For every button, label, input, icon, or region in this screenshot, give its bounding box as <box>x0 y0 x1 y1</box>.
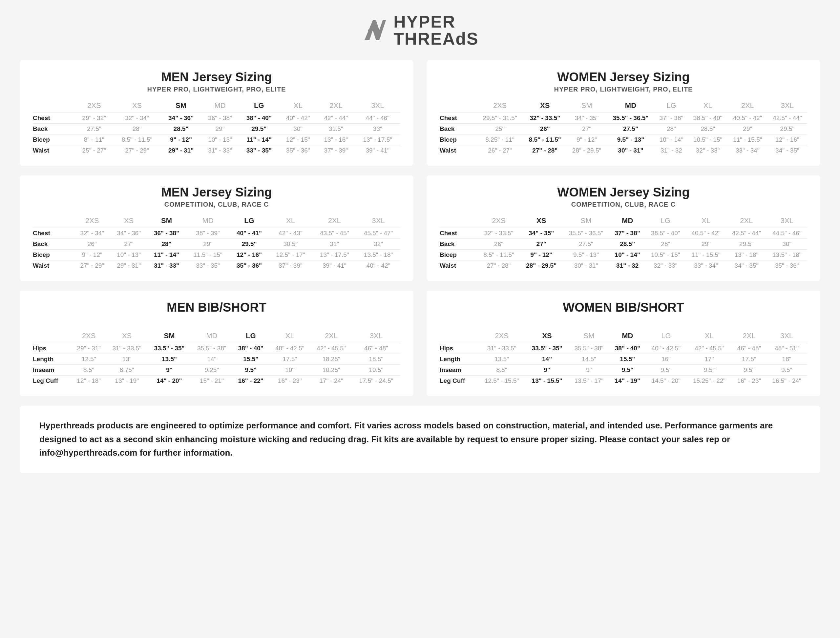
cell-3-6: 16" - 23" <box>732 376 766 387</box>
row-label-0: Hips <box>33 343 71 354</box>
col-header-6: XL <box>686 215 726 228</box>
cell-3-6: 33" - 34" <box>728 145 767 156</box>
cell-0-1: 32" - 33.5" <box>523 113 567 124</box>
cell-3-1: 27" - 29" <box>113 145 161 156</box>
cell-3-4: 14.5" - 20" <box>645 376 687 387</box>
table-row: Hips31" - 33.5"33.5" - 35"35.5" - 38"38"… <box>440 343 807 354</box>
cell-0-2: 33.5" - 35" <box>148 343 191 354</box>
row-label-1: Back <box>440 239 478 250</box>
row-label-1: Back <box>33 124 75 134</box>
cell-1-6: 18.25" <box>310 354 352 365</box>
cell-1-5: 28.5" <box>688 124 728 134</box>
cell-2-4: 12" - 16" <box>230 250 268 261</box>
cell-1-2: 13.5" <box>148 354 191 365</box>
cell-3-1: 13" - 15.5" <box>526 376 569 387</box>
cell-1-4: 29.5" <box>239 124 279 134</box>
row-1: MEN Jersey Sizing HYPER PRO, LIGHTWEIGHT… <box>20 60 820 166</box>
cell-1-2: 27.5" <box>562 239 610 250</box>
table-row: Waist27" - 29"29" - 31"31" - 33"33" - 35… <box>33 261 400 271</box>
cell-0-3: 37" - 38" <box>610 228 645 239</box>
cell-1-1: 14" <box>526 354 569 365</box>
cell-1-6: 29" <box>728 124 767 134</box>
cell-3-4: 35" - 36" <box>230 261 268 271</box>
cell-0-5: 42" - 45.5" <box>687 343 732 354</box>
col-header-5: LG <box>645 330 687 343</box>
cell-3-6: 39" - 41" <box>312 261 356 271</box>
col-header-7: 2XL <box>732 330 766 343</box>
table-row: Length13.5"14"14.5"15.5"16"17"17.5"18" <box>440 354 807 365</box>
table-row: Back26"27"28"29"29.5"30.5"31"32" <box>33 239 400 250</box>
cell-2-3: 9.5" - 13" <box>607 134 655 145</box>
cell-0-4: 38" - 40" <box>239 113 279 124</box>
cell-2-7: 10.5" <box>352 365 400 376</box>
col-header-3: SM <box>148 330 191 343</box>
cell-1-7: 18" <box>766 354 807 365</box>
cell-1-2: 14.5" <box>568 354 609 365</box>
women-bib-section: WOMEN BIB/SHORT 2XSXSSMMDLGXL2XL3XLHips3… <box>427 291 820 396</box>
cell-3-0: 27" - 28" <box>478 261 520 271</box>
women-jersey-1-title: WOMEN Jersey Sizing <box>440 70 807 84</box>
cell-3-7: 17.5" - 24.5" <box>352 376 400 387</box>
col-header-0 <box>440 330 478 343</box>
cell-1-1: 27" <box>111 239 147 250</box>
cell-1-1: 28" <box>113 124 161 134</box>
cell-1-2: 28.5" <box>161 124 201 134</box>
cell-3-4: 16" - 22" <box>233 376 269 387</box>
men-jersey-2-subtitle: COMPETITION, CLUB, RACE C <box>33 201 400 208</box>
row-label-0: Chest <box>440 113 477 124</box>
cell-1-5: 29" <box>686 239 726 250</box>
cell-3-4: 33" - 35" <box>239 145 279 156</box>
cell-2-5: 12" - 15" <box>279 134 317 145</box>
table-row: Back25"26"27"27.5"28"28.5"29"29.5" <box>440 124 807 134</box>
row-label-3: Waist <box>33 145 75 156</box>
cell-3-1: 13" - 19" <box>106 376 147 387</box>
col-header-7: 2XL <box>312 215 356 228</box>
table-row: Chest32" - 34"34" - 36"36" - 38"38" - 39… <box>33 228 400 239</box>
cell-0-1: 33.5" - 35" <box>526 343 569 354</box>
cell-0-4: 38.5" - 40" <box>645 228 686 239</box>
cell-2-1: 9" - 12" <box>520 250 562 261</box>
cell-0-0: 32" - 34" <box>74 228 111 239</box>
cell-0-2: 34" - 35" <box>567 113 606 124</box>
row-label-1: Length <box>33 354 71 365</box>
col-header-8: 3XL <box>767 215 807 228</box>
col-header-5: LG <box>239 100 279 113</box>
cell-3-7: 34" - 35" <box>767 145 807 156</box>
cell-2-1: 8.5" - 11.5" <box>523 134 567 145</box>
cell-2-4: 9.5" <box>233 365 269 376</box>
cell-2-0: 8.5" <box>478 365 525 376</box>
table-row: Waist26" - 27"27" - 28"28" - 29.5"30" - … <box>440 145 807 156</box>
cell-3-1: 27" - 28" <box>523 145 567 156</box>
cell-2-2: 9" - 12" <box>567 134 606 145</box>
cell-2-3: 9.25" <box>191 365 232 376</box>
row-label-2: Inseam <box>33 365 71 376</box>
footer-section: Hyperthreads products are engineered to … <box>20 406 820 473</box>
cell-1-6: 29.5" <box>726 239 767 250</box>
cell-0-4: 40" - 41" <box>230 228 268 239</box>
cell-1-7: 33" <box>355 124 400 134</box>
cell-1-7: 29.5" <box>767 124 807 134</box>
cell-3-2: 13.5" - 17" <box>568 376 609 387</box>
cell-0-4: 37" - 38" <box>655 113 688 124</box>
row-label-2: Bicep <box>33 250 74 261</box>
table-row: Inseam8.5"9"9"9.5"9.5"9.5"9.5"9.5" <box>440 365 807 376</box>
cell-2-7: 13.5" - 18" <box>767 250 807 261</box>
cell-0-2: 35.5" - 38" <box>568 343 609 354</box>
cell-3-7: 40" - 42" <box>356 261 400 271</box>
row-label-2: Bicep <box>33 134 75 145</box>
cell-1-7: 18.5" <box>352 354 400 365</box>
col-header-6: XL <box>279 100 317 113</box>
women-jersey-2-title: WOMEN Jersey Sizing <box>440 185 807 199</box>
col-header-3: SM <box>562 215 610 228</box>
logo-line2: THREAdS <box>394 30 479 47</box>
cell-1-3: 14" <box>191 354 232 365</box>
row-label-3: Waist <box>440 145 477 156</box>
cell-1-0: 26" <box>74 239 111 250</box>
col-header-4: MD <box>191 330 232 343</box>
row-3: MEN BIB/SHORT 2XSXSSMMDLGXL2XL3XLHips29"… <box>20 291 820 396</box>
cell-0-4: 38" - 40" <box>233 343 269 354</box>
row-label-1: Back <box>440 124 477 134</box>
cell-3-5: 15.25" - 22" <box>687 376 732 387</box>
cell-3-7: 39" - 41" <box>355 145 400 156</box>
cell-3-5: 16" - 23" <box>269 376 310 387</box>
